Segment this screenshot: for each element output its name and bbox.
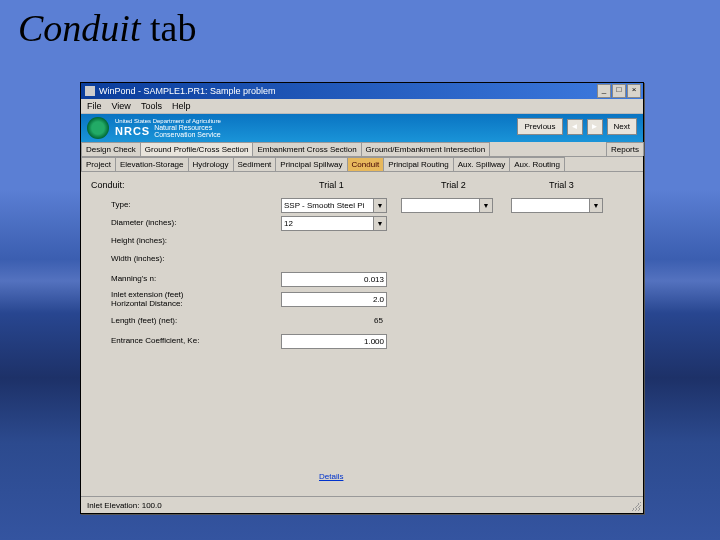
type-select-trial3[interactable]: ▼ [511, 198, 603, 213]
label-inlet2: Horizontal Distance: [111, 299, 183, 308]
tab-project[interactable]: Project [81, 157, 116, 171]
label-type: Type: [111, 200, 131, 209]
tab-aux-spillway[interactable]: Aux. Spillway [453, 157, 511, 171]
tab-elevation-storage[interactable]: Elevation-Storage [115, 157, 189, 171]
type-select-trial1[interactable]: SSP - Smooth Steel Pi ▼ [281, 198, 387, 213]
label-inlet1: Inlet extension (feet) [111, 290, 183, 299]
slide-title-rest: tab [140, 7, 196, 49]
chevron-down-icon: ▼ [479, 199, 492, 212]
banner-acronym: NRCS [115, 125, 150, 137]
next-arrow-icon[interactable]: ► [587, 119, 603, 135]
diameter-select[interactable]: 12 ▼ [281, 216, 387, 231]
maximize-button[interactable]: □ [612, 84, 626, 98]
banner: United States Department of Agriculture … [81, 114, 643, 142]
previous-button[interactable]: Previous [517, 118, 562, 135]
banner-name2: Conservation Service [154, 131, 221, 138]
manning-field[interactable]: 0.013 [281, 272, 387, 287]
previous-arrow-icon[interactable]: ◄ [567, 119, 583, 135]
nrcs-logo-icon [87, 117, 109, 139]
tab-conduit[interactable]: Conduit [347, 157, 385, 171]
inlet-field[interactable]: 2.0 [281, 292, 387, 307]
banner-text: United States Department of Agriculture … [115, 118, 221, 138]
label-length: Length (feet) (net): [111, 316, 177, 325]
chevron-down-icon: ▼ [589, 199, 602, 212]
label-height: Height (inches): [111, 236, 167, 245]
close-button[interactable]: × [627, 84, 641, 98]
tab-principal-spillway[interactable]: Principal Spillway [275, 157, 347, 171]
menu-tools[interactable]: Tools [141, 101, 162, 111]
tab-hydrology[interactable]: Hydrology [188, 157, 234, 171]
tab-ground-profile[interactable]: Ground Profile/Cross Section [140, 142, 254, 156]
banner-name1: Natural Resources [154, 124, 221, 131]
resize-grip-icon[interactable] [631, 501, 641, 511]
tab-principal-routing[interactable]: Principal Routing [383, 157, 453, 171]
menubar: File View Tools Help [81, 99, 643, 114]
col-trial3: Trial 3 [549, 180, 574, 190]
diameter-value: 12 [282, 219, 373, 228]
tab-sediment[interactable]: Sediment [233, 157, 277, 171]
app-window: WinPond - SAMPLE1.PR1: Sample problem _ … [80, 82, 644, 514]
next-button[interactable]: Next [607, 118, 637, 135]
tab-design-check[interactable]: Design Check [81, 142, 141, 156]
menu-file[interactable]: File [87, 101, 102, 111]
titlebar[interactable]: WinPond - SAMPLE1.PR1: Sample problem _ … [81, 83, 643, 99]
chevron-down-icon: ▼ [373, 199, 386, 212]
content-area: Conduit: Trial 1 Trial 2 Trial 3 Type: S… [81, 172, 643, 492]
menu-help[interactable]: Help [172, 101, 191, 111]
statusbar: Inlet Elevation: 100.0 [81, 496, 643, 513]
tab-intersection[interactable]: Ground/Embankment Intersection [361, 142, 491, 156]
tab-reports[interactable]: Reports [606, 142, 644, 156]
label-entrance: Entrance Coefficient, Ke: [111, 336, 199, 345]
col-trial1: Trial 1 [319, 180, 344, 190]
tab-embankment[interactable]: Embankment Cross Section [252, 142, 361, 156]
entrance-field[interactable]: 1.000 [281, 334, 387, 349]
menu-view[interactable]: View [112, 101, 131, 111]
slide-title-italic: Conduit [18, 7, 140, 49]
type-value: SSP - Smooth Steel Pi [282, 201, 373, 210]
label-width: Width (inches): [111, 254, 164, 263]
group-label: Conduit: [91, 180, 125, 190]
tabs-row-1: Design Check Ground Profile/Cross Sectio… [81, 142, 643, 157]
label-diameter: Diameter (inches): [111, 218, 176, 227]
col-trial2: Trial 2 [441, 180, 466, 190]
length-value: 65 [281, 314, 385, 327]
tab-aux-routing[interactable]: Aux. Routing [509, 157, 565, 171]
minimize-button[interactable]: _ [597, 84, 611, 98]
chevron-down-icon: ▼ [373, 217, 386, 230]
type-select-trial2[interactable]: ▼ [401, 198, 493, 213]
slide-title: Conduit tab [18, 6, 196, 50]
details-link[interactable]: Details [319, 472, 343, 481]
tabs-row-2: Project Elevation-Storage Hydrology Sedi… [81, 157, 643, 172]
label-manning: Manning's n: [111, 274, 156, 283]
status-text: Inlet Elevation: 100.0 [87, 501, 162, 510]
window-title: WinPond - SAMPLE1.PR1: Sample problem [99, 86, 276, 96]
app-icon [85, 86, 95, 96]
